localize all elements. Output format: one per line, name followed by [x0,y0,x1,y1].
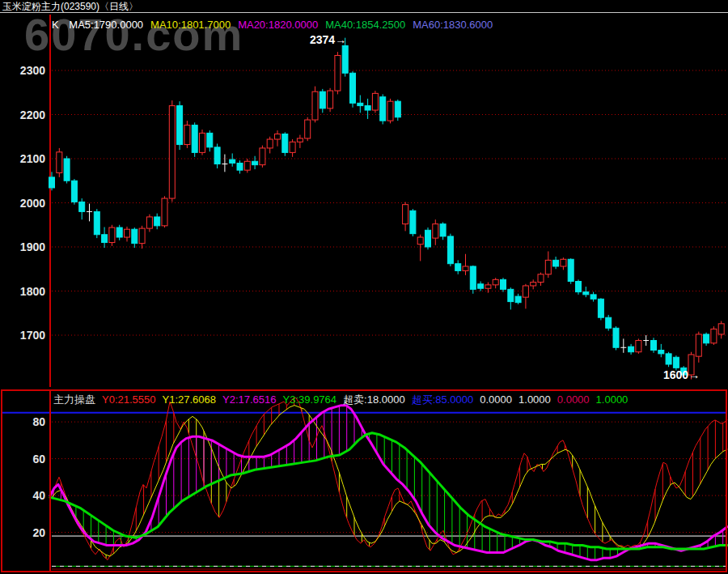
candle-up [305,120,311,138]
indicator-axis-label: 80 [0,415,45,428]
candle-down [71,181,77,202]
candle-up [335,55,341,91]
candle-down [515,296,521,303]
candle-up [184,125,190,145]
candle-down [470,266,476,289]
candle-down [350,73,356,103]
candle-down [395,101,400,117]
candle-down [501,279,506,289]
candle-down [214,147,220,164]
price-axis-label: 2300 [0,64,45,77]
candle-up [718,324,724,334]
candle-up [433,224,438,238]
candle-up [328,91,333,108]
candle-up [260,148,265,165]
candle-down [79,202,85,211]
candle-up [417,237,423,244]
candle-up [200,133,205,152]
indicator-value-label: 1.0000 [518,393,551,406]
candle-down [282,134,288,152]
candle-down [154,217,160,226]
price-annotation: 2374→ [310,33,346,46]
candle-up [463,266,468,270]
indicator-axis-label: 60 [0,453,45,466]
candle-down [583,292,589,295]
indicator-value-label: Y3:39.9764 [283,393,337,406]
candle-down [704,334,709,343]
candle-down [252,161,258,164]
candle-down [478,284,484,288]
candle-down [568,259,574,281]
candle-down [49,177,55,188]
price-annotation: 1600→ [663,368,700,381]
candle-up [169,106,175,198]
candle-up [636,341,641,352]
candle-up [57,152,62,173]
candle-up [139,228,145,244]
candle-down [94,211,99,234]
candle-up [297,138,303,142]
indicator-line-Y3 [50,433,727,549]
candle-down [207,133,213,147]
indicator-line-Y1 [50,406,727,556]
candle-down [380,97,386,121]
indicator-value-label: 超卖:18.0000 [343,393,405,406]
candle-down [553,260,559,266]
price-axis-label: 1800 [0,285,45,298]
indicator-value-label: Y1:27.6068 [163,393,217,406]
indicator-value-label: 0.0000 [480,393,512,406]
candle-down [342,45,348,73]
ma-value-label: MA5:1790.0000 [69,19,143,31]
price-axis-label: 1700 [0,329,45,342]
candle-down [116,227,122,237]
candle-up [531,283,536,286]
indicator-value-label: Y0:21.5550 [102,393,156,406]
ma-value-label: MA60:1830.6000 [413,19,493,31]
candle-down [651,341,657,351]
candle-up [696,334,701,356]
candle-up [493,279,498,285]
candle-down [613,328,619,347]
indicator-value-label: 主力操盘 [53,393,95,406]
candle-down [102,235,108,243]
indicator-axis-label: 20 [0,526,45,539]
candle-down [177,106,183,145]
candle-up [146,217,152,228]
candle-down [658,351,664,354]
candle-up [125,229,130,237]
indicator-value-label: 0.0000 [557,393,590,406]
price-axis-label: 2100 [0,152,45,165]
candle-down [673,357,679,368]
candle-down [508,289,514,301]
indicator-value-label: 超买:85.0000 [412,393,474,406]
indicator-axis-label: 40 [0,489,45,502]
candle-down [425,230,431,247]
candle-down [64,159,70,181]
candle-down [598,299,603,317]
indicator-value-label: Y2:17.6516 [222,393,277,406]
indicator-line-Y2 [50,406,727,560]
candle-down [666,354,671,364]
candle-up [387,101,393,121]
candle-down [590,295,596,299]
candle-up [485,285,491,288]
candle-down [576,282,582,292]
candle-up [538,274,544,283]
candle-down [320,91,325,108]
chart-canvas[interactable] [0,0,728,574]
candle-down [237,163,243,170]
candle-up [711,329,717,342]
candle-up [523,286,528,297]
candle-down [455,264,461,271]
candle-up [275,134,281,139]
title-bar: 玉米淀粉主力(023590)〈日线〉 [0,0,728,13]
candle-down [606,317,612,328]
ma-readout-row: K MA5:1790.0000MA10:1801.7000MA20:1820.0… [52,19,500,31]
candle-down [440,224,446,236]
candle-up [561,259,566,266]
candle-up [403,205,408,224]
candle-down [410,210,416,233]
candle-up [109,227,115,243]
candle-down [230,159,235,163]
candle-up [545,260,551,274]
